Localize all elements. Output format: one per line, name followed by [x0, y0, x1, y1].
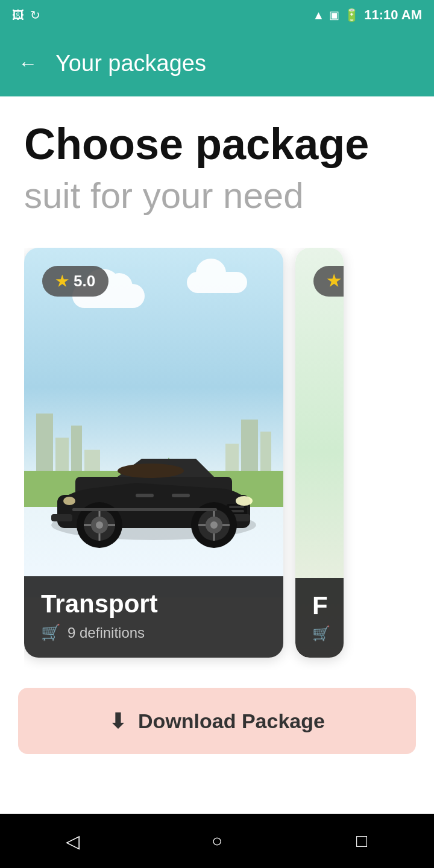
svg-rect-5 — [229, 506, 244, 508]
rating-value: 5.0 — [74, 272, 95, 291]
svg-point-3 — [118, 464, 184, 478]
status-bar: 🖼 ↻ ▲ ▣ 🔋 11:10 AM — [0, 0, 434, 30]
nav-home-icon: ○ — [212, 831, 222, 851]
svg-rect-27 — [72, 508, 217, 511]
nav-recent-icon: □ — [356, 831, 367, 851]
cart-icon: 🛒 — [41, 623, 60, 642]
card-meta: 🛒 9 definitions — [41, 623, 266, 642]
download-label: Download Package — [138, 709, 325, 733]
transport-card[interactable]: ★ 5.0 Transport 🛒 9 definitions — [24, 248, 283, 658]
download-package-button[interactable]: ⬇ Download Package — [18, 688, 416, 754]
download-icon: ⬇ — [109, 709, 126, 733]
food-card-partial[interactable]: ★ 4.8 F 🛒 — [295, 248, 344, 658]
wifi-icon: ▲ — [312, 8, 324, 22]
app-bar: ← Your packages — [0, 30, 434, 96]
card-definitions: 9 definitions — [68, 624, 145, 641]
nav-recent-button[interactable]: □ — [338, 823, 386, 859]
photo-icon: 🖼 — [12, 8, 24, 22]
svg-rect-29 — [172, 494, 190, 497]
back-button[interactable]: ← — [18, 54, 37, 73]
partial-rating-badge: ★ 4.8 — [313, 266, 344, 297]
nav-home-button[interactable]: ○ — [193, 823, 241, 859]
signal-icon: ▣ — [329, 8, 339, 22]
status-time: 11:10 AM — [364, 7, 422, 23]
download-section: ⬇ Download Package — [0, 670, 434, 778]
sync-icon: ↻ — [30, 8, 40, 22]
partial-card-footer: F 🛒 — [295, 578, 344, 658]
page-subheading: suit for your need — [24, 174, 410, 218]
svg-point-7 — [236, 496, 253, 506]
card-title: Transport — [41, 590, 266, 618]
svg-point-22 — [210, 521, 218, 529]
partial-card-title: F — [312, 591, 344, 620]
cloud-decoration-2 — [187, 272, 247, 293]
nav-back-button[interactable]: ◁ — [48, 823, 96, 859]
page-heading: Choose package — [24, 121, 410, 168]
status-bar-right: ▲ ▣ 🔋 11:10 AM — [312, 7, 422, 23]
main-content: Choose package suit for your need — [0, 96, 434, 670]
card-footer: Transport 🛒 9 definitions — [24, 576, 283, 658]
cards-row: ★ 5.0 Transport 🛒 9 definitions — [24, 248, 410, 670]
app-bar-title: Your packages — [55, 51, 206, 77]
star-icon: ★ — [55, 273, 69, 290]
svg-rect-10 — [51, 514, 72, 521]
partial-card-inner: ★ 4.8 F 🛒 — [295, 248, 344, 658]
car-image — [39, 417, 268, 549]
rating-badge: ★ 5.0 — [42, 266, 108, 297]
nav-back-icon: ◁ — [66, 831, 80, 852]
svg-point-8 — [63, 497, 75, 505]
svg-rect-28 — [136, 494, 154, 497]
nav-bar: ◁ ○ □ — [0, 814, 434, 868]
partial-card-meta: 🛒 — [312, 625, 344, 642]
partial-cart-icon: 🛒 — [312, 625, 330, 642]
battery-icon: 🔋 — [344, 8, 359, 22]
partial-star-icon: ★ — [327, 272, 341, 291]
svg-point-14 — [96, 521, 103, 529]
card-image-area: ★ 5.0 — [24, 248, 283, 597]
status-bar-left: 🖼 ↻ — [12, 8, 40, 22]
